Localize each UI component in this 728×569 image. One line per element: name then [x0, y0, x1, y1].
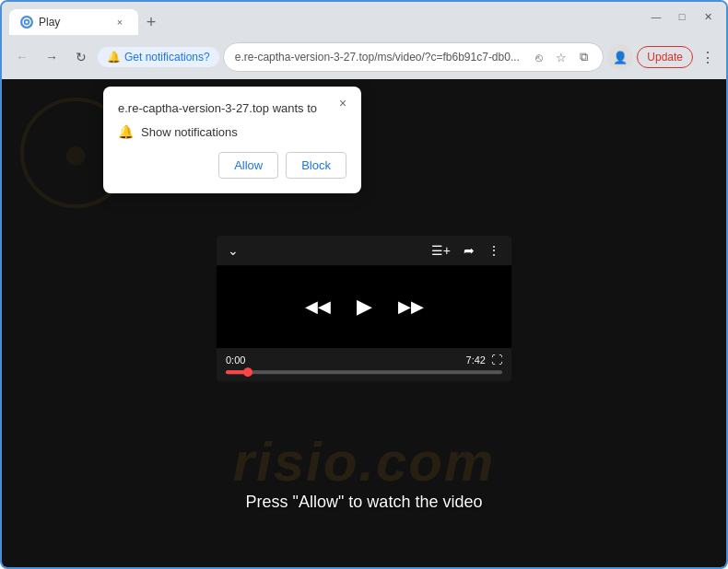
- popup-buttons: Allow Block: [118, 152, 346, 179]
- maximize-button[interactable]: □: [671, 9, 693, 24]
- block-button[interactable]: Block: [286, 152, 346, 179]
- share-icon[interactable]: ⎋: [531, 49, 547, 65]
- minimize-button[interactable]: —: [645, 9, 667, 24]
- notification-chip-label: Get notifications?: [124, 51, 210, 64]
- video-current-time: 0:00: [226, 354, 245, 366]
- video-top-right-controls: ☰+ ➦ ⋮: [431, 243, 500, 258]
- video-prev-button[interactable]: ◀◀: [305, 296, 331, 317]
- reload-button[interactable]: ↻: [68, 44, 94, 70]
- omnibox-icons: ⎋ ☆ ⧉: [531, 49, 592, 65]
- video-share-icon[interactable]: ➦: [464, 243, 475, 258]
- browser-window: Play × + — □ ✕ ← → ↻ 🔔 Get notifications…: [0, 0, 728, 569]
- profile-icon: 👤: [613, 51, 628, 64]
- page-content: ● risio.com ⌄ ☰+ ➦ ⋮ ◀◀ ▶ ▶▶ 0:00: [2, 79, 726, 567]
- browser-tab[interactable]: Play ×: [9, 9, 138, 35]
- video-top-controls: ⌄ ☰+ ➦ ⋮: [217, 236, 511, 265]
- title-bar: Play × + — □ ✕: [2, 2, 726, 35]
- back-button[interactable]: ←: [9, 44, 35, 70]
- popup-title: e.re-captha-version-3-27.top wants to: [118, 101, 346, 115]
- split-view-icon[interactable]: ⧉: [575, 49, 592, 65]
- url-text: e.re-captha-version-3-27.top/ms/video/?c…: [235, 51, 532, 64]
- close-button[interactable]: ✕: [697, 9, 719, 24]
- video-play-button[interactable]: ▶: [357, 295, 372, 319]
- toolbar: ← → ↻ 🔔 Get notifications? e.re-captha-v…: [2, 35, 726, 79]
- watermark-text: risio.com: [2, 430, 726, 494]
- tab-favicon: [20, 16, 33, 29]
- tab-close-button[interactable]: ×: [112, 15, 127, 29]
- menu-button[interactable]: ⋮: [697, 46, 719, 68]
- video-main-controls: ◀◀ ▶ ▶▶: [217, 265, 511, 348]
- video-next-button[interactable]: ▶▶: [398, 296, 424, 317]
- popup-permission-row: 🔔 Show notifications: [118, 124, 346, 139]
- video-progress-fill: [226, 370, 248, 374]
- video-time-row: 0:00 7:42 ⛶: [226, 354, 502, 366]
- permission-popup: × e.re-captha-version-3-27.top wants to …: [103, 87, 361, 193]
- bookmark-icon[interactable]: ☆: [553, 49, 569, 65]
- video-caption: Press "Allow" to watch the video: [2, 493, 726, 512]
- video-queue-icon[interactable]: ☰+: [431, 243, 451, 258]
- video-progress-dot: [243, 367, 252, 377]
- video-fullscreen-icon[interactable]: ⛶: [491, 354, 502, 366]
- popup-bell-icon: 🔔: [118, 124, 134, 139]
- video-more-icon[interactable]: ⋮: [487, 243, 500, 258]
- omnibox[interactable]: e.re-captha-version-3-27.top/ms/video/?c…: [223, 42, 605, 72]
- popup-close-button[interactable]: ×: [334, 94, 352, 112]
- video-chevron-icon[interactable]: ⌄: [228, 243, 239, 258]
- popup-permission-text: Show notifications: [141, 125, 238, 139]
- video-progress-bar[interactable]: [226, 370, 502, 374]
- notification-chip[interactable]: 🔔 Get notifications?: [98, 47, 219, 67]
- video-bottom: 0:00 7:42 ⛶: [217, 348, 511, 381]
- tab-title: Play: [39, 16, 107, 29]
- bell-icon: 🔔: [107, 51, 121, 64]
- tab-strip: Play × +: [9, 2, 641, 35]
- forward-button[interactable]: →: [39, 44, 65, 70]
- allow-button[interactable]: Allow: [218, 152, 278, 179]
- update-button[interactable]: Update: [637, 46, 693, 68]
- profile-button[interactable]: 👤: [607, 44, 633, 70]
- video-player: ⌄ ☰+ ➦ ⋮ ◀◀ ▶ ▶▶ 0:00 7:42 ⛶: [217, 236, 511, 381]
- video-total-time: 7:42: [466, 354, 486, 366]
- window-controls: — □ ✕: [645, 2, 719, 35]
- new-tab-button[interactable]: +: [138, 9, 164, 35]
- svg-point-1: [26, 21, 29, 24]
